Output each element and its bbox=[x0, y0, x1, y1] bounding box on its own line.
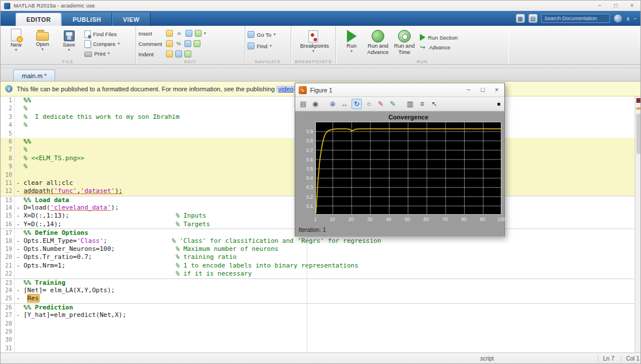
scrollbar-thumb[interactable] bbox=[636, 114, 641, 154]
comment-row[interactable]: Comment% bbox=[138, 40, 206, 48]
edit-mini-icon[interactable] bbox=[194, 40, 200, 47]
tab-view[interactable]: VIEW bbox=[112, 13, 150, 26]
breakpoint-gutter[interactable] bbox=[14, 162, 21, 171]
brush-icon[interactable]: ✎ bbox=[376, 99, 386, 109]
breakpoint-gutter[interactable] bbox=[14, 270, 21, 278]
legend-icon[interactable]: ≡ bbox=[417, 99, 427, 109]
new-button[interactable]: New▾ bbox=[3, 28, 29, 52]
figure-minimize-button[interactable]: − bbox=[466, 87, 470, 93]
message-indicator[interactable] bbox=[636, 98, 641, 103]
colorbar-icon[interactable]: ▥ bbox=[405, 99, 415, 109]
breakpoint-gutter[interactable] bbox=[14, 130, 21, 138]
warning-marker[interactable] bbox=[636, 107, 641, 110]
find-button[interactable]: Find▾ bbox=[248, 42, 276, 50]
breakpoints-button[interactable]: Breakpoints ▾ bbox=[300, 28, 327, 53]
pointer-icon[interactable]: ↖ bbox=[429, 99, 439, 109]
edit-mini-icon[interactable] bbox=[186, 30, 192, 37]
run-and-advance-button[interactable]: Run andAdvance bbox=[365, 28, 391, 55]
edit-mini-icon[interactable] bbox=[175, 51, 182, 57]
profile-icon[interactable] bbox=[613, 14, 623, 23]
breakpoint-gutter[interactable] bbox=[14, 344, 21, 353]
run-section-button[interactable]: Run Section bbox=[420, 33, 458, 41]
breakpoint-gutter[interactable] bbox=[14, 320, 21, 328]
tab-editor[interactable]: EDITOR bbox=[16, 13, 61, 26]
breakpoint-gutter[interactable] bbox=[14, 229, 21, 237]
percent-icon[interactable]: % bbox=[175, 41, 182, 47]
minimize-ribbon-icon[interactable]: − bbox=[634, 16, 637, 22]
breakpoint-gutter[interactable] bbox=[14, 171, 21, 179]
edit-mini-icon[interactable] bbox=[166, 30, 173, 37]
breakpoint-gutter[interactable] bbox=[14, 113, 21, 121]
editor-scrollbar[interactable] bbox=[635, 96, 641, 353]
run-small-label: Advance bbox=[429, 44, 450, 51]
open-button[interactable]: Open▾ bbox=[29, 28, 56, 52]
breakpoint-gutter[interactable] bbox=[14, 121, 21, 129]
collapse-ribbon-icon[interactable]: ∧ bbox=[626, 16, 630, 22]
breakpoint-gutter[interactable]: - bbox=[14, 262, 21, 270]
link-plot-icon[interactable]: ✎ bbox=[388, 99, 398, 109]
nav-button-label: Go To bbox=[257, 32, 271, 38]
figure-titlebar[interactable]: ∿ Figure 1 − □ × bbox=[295, 83, 504, 97]
breakpoint-gutter[interactable] bbox=[14, 138, 21, 146]
find-files-button[interactable]: Find Files bbox=[84, 30, 120, 38]
edit-mini-icon[interactable] bbox=[184, 40, 191, 47]
breakpoint-gutter[interactable] bbox=[14, 104, 21, 113]
breakpoint-gutter[interactable] bbox=[14, 154, 21, 162]
maximize-button[interactable]: □ bbox=[614, 3, 617, 9]
line-number: 26 bbox=[1, 304, 14, 311]
go-to-button[interactable]: Go To▾ bbox=[248, 30, 276, 38]
caret-icon: ▾ bbox=[3, 48, 29, 52]
rotate-3d-icon[interactable]: ↻ bbox=[352, 99, 362, 109]
convergence-plot[interactable] bbox=[315, 122, 501, 215]
breakpoint-gutter[interactable] bbox=[14, 96, 21, 104]
print-button[interactable]: Print▾ bbox=[84, 49, 120, 57]
pan-icon[interactable]: ↔ bbox=[339, 99, 350, 109]
search-documentation-input[interactable] bbox=[541, 14, 610, 23]
new-figure-icon[interactable]: ▤ bbox=[298, 99, 308, 109]
edit-mini-icon[interactable] bbox=[184, 51, 191, 57]
edit-mini-icon[interactable] bbox=[166, 40, 173, 47]
figure-maximize-button[interactable]: □ bbox=[481, 87, 485, 93]
toolbar-overflow-icon[interactable] bbox=[497, 103, 500, 106]
edit-mini-icon[interactable] bbox=[195, 30, 202, 37]
run-and-time-button[interactable]: Run andTime bbox=[391, 28, 418, 55]
run-button[interactable]: Run▾ bbox=[338, 28, 365, 55]
insert-row[interactable]: Insertfx▾ bbox=[138, 29, 206, 37]
breakpoint-gutter[interactable] bbox=[14, 328, 21, 336]
navigate-rows: Go To▾Find▾ bbox=[248, 30, 276, 50]
breakpoint-gutter[interactable]: - bbox=[14, 204, 21, 212]
breakpoint-gutter[interactable]: - bbox=[14, 187, 21, 195]
breakpoint-gutter[interactable] bbox=[14, 336, 21, 344]
breakpoint-gutter[interactable]: - bbox=[14, 245, 21, 253]
breakpoint-gutter[interactable]: - bbox=[14, 212, 21, 220]
figure-close-button[interactable]: × bbox=[495, 87, 499, 93]
breakpoint-gutter[interactable]: - bbox=[14, 311, 21, 319]
advance-button[interactable]: ↪Advance bbox=[420, 43, 458, 51]
close-button[interactable]: × bbox=[630, 3, 634, 9]
file-tab-main[interactable]: main.m * bbox=[13, 69, 55, 81]
breakpoint-gutter[interactable] bbox=[14, 196, 21, 204]
tab-publish[interactable]: PUBLISH bbox=[61, 13, 112, 26]
breakpoint-gutter[interactable]: - bbox=[14, 237, 21, 245]
breakpoint-gutter[interactable]: - bbox=[14, 286, 21, 295]
breakpoint-gutter[interactable] bbox=[14, 279, 21, 286]
line-number: 8 bbox=[1, 154, 14, 162]
edit-mini-icon[interactable] bbox=[166, 51, 173, 57]
save-button[interactable]: Save▾ bbox=[56, 28, 82, 52]
breakpoint-gutter[interactable] bbox=[14, 304, 21, 311]
indent-row[interactable]: Indent bbox=[138, 50, 206, 58]
ellipse-icon[interactable]: ○ bbox=[364, 99, 374, 109]
breakpoint-gutter[interactable]: - bbox=[14, 220, 21, 229]
breakpoint-gutter[interactable] bbox=[14, 146, 21, 154]
camera-icon[interactable]: ◉ bbox=[310, 99, 320, 109]
breakpoint-gutter[interactable]: - bbox=[14, 295, 21, 303]
breakpoint-gutter[interactable]: - bbox=[14, 253, 21, 261]
community-icon[interactable]: ▦ bbox=[516, 14, 525, 23]
fx-icon[interactable]: fx bbox=[175, 31, 183, 36]
breakpoint-gutter[interactable]: - bbox=[14, 179, 21, 187]
publishing-video-link[interactable]: video bbox=[276, 86, 295, 92]
compare-button[interactable]: Compare▾ bbox=[84, 40, 120, 48]
zoom-in-icon[interactable]: ⊕ bbox=[327, 99, 338, 109]
minimize-button[interactable]: − bbox=[598, 3, 601, 9]
desktop-icon[interactable]: ▤ bbox=[528, 14, 538, 23]
